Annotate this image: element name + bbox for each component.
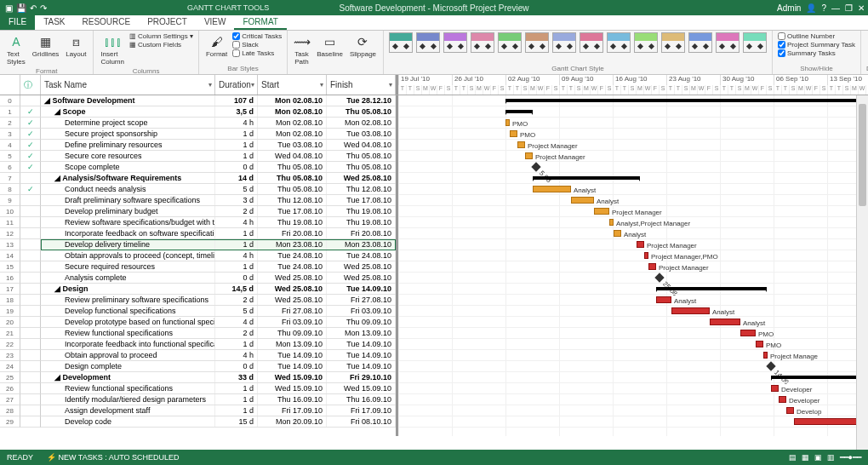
row-num[interactable]: 13 [0, 239, 20, 250]
start-cell[interactable]: Mon 02.08.10 [258, 106, 327, 117]
start-cell[interactable]: Wed 15.09.10 [258, 383, 327, 393]
outline-number-checkbox[interactable]: Outline Number [778, 32, 855, 40]
duration-cell[interactable]: 1 d [215, 339, 258, 349]
task-name-cell[interactable]: Develop functional specifications [41, 306, 215, 316]
row-num[interactable]: 7 [0, 173, 20, 184]
start-cell[interactable]: Mon 20.09.10 [258, 416, 327, 427]
row-num[interactable]: 2 [0, 118, 20, 129]
gantt-bar[interactable]: Analyst,Project Manager [609, 219, 614, 226]
row-num[interactable]: 3 [0, 129, 20, 140]
task-path-button[interactable]: ⟿Task Path [293, 32, 311, 67]
task-name-cell[interactable]: ◢ Scope [41, 106, 215, 117]
row-num[interactable]: 22 [0, 339, 20, 350]
task-row[interactable]: Obtain approvals to proceed (concept, ti… [41, 250, 396, 261]
duration-cell[interactable]: 107 d [215, 95, 258, 106]
gantt-row[interactable]: Project Manager [398, 140, 868, 151]
gantt-style-8[interactable] [607, 32, 631, 53]
start-cell[interactable]: Tue 24.08.10 [258, 250, 327, 261]
gantt-bar[interactable]: PMO [510, 130, 517, 137]
gantt-row[interactable] [398, 372, 868, 383]
row-num-header[interactable] [0, 75, 20, 95]
start-cell[interactable]: Tue 24.08.10 [258, 261, 327, 272]
gantt-bar[interactable]: Project Manager [648, 263, 656, 270]
task-row[interactable]: ◢ Development33 dWed 15.09.10Fri 29.10.1… [41, 372, 396, 383]
row-num[interactable]: 14 [0, 250, 20, 261]
task-name-cell[interactable]: Develop delivery timeline [41, 239, 215, 250]
gantt-bar[interactable]: Developer [779, 396, 786, 403]
finish-cell[interactable]: Tue 14.09.10 [327, 284, 396, 294]
row-num[interactable]: 24 [0, 361, 20, 372]
gantt-row[interactable] [398, 284, 868, 295]
finish-header[interactable]: Finish [327, 75, 396, 95]
task-name-cell[interactable]: Obtain approval to proceed [41, 350, 215, 360]
task-row[interactable]: Incorporate feedback into functional spe… [41, 339, 396, 350]
task-row[interactable]: Design complete0 dTue 14.09.10Tue 14.09.… [41, 361, 396, 372]
tab-task[interactable]: TASK [35, 15, 73, 30]
task-row[interactable]: ◢ Software Development107 dMon 02.08.10T… [41, 95, 396, 106]
task-row[interactable]: ◢ Scope3,5 dMon 02.08.10Thu 05.08.10 [41, 106, 396, 118]
finish-cell[interactable]: Thu 16.09.10 [327, 394, 396, 405]
duration-cell[interactable]: 4 h [215, 250, 258, 261]
gantt-style-5[interactable] [525, 32, 549, 53]
task-name-cell[interactable]: Obtain approvals to proceed (concept, ti… [41, 250, 215, 261]
task-row[interactable]: Identify modular/tiered design parameter… [41, 394, 396, 405]
task-row[interactable]: ◢ Analysis/Software Requirements14 dThu … [41, 173, 396, 184]
duration-cell[interactable]: 2 d [215, 328, 258, 338]
gantt-bar[interactable]: PMO [756, 341, 763, 347]
save-icon[interactable]: 💾 [16, 3, 26, 13]
task-row[interactable]: Develop functional specifications5 dFri … [41, 306, 396, 317]
finish-cell[interactable]: Tue 28.12.10 [327, 95, 396, 106]
gantt-style-1[interactable] [416, 32, 440, 53]
tab-format[interactable]: FORMAT [234, 15, 286, 30]
task-row[interactable]: Determine project scope4 hMon 02.08.10Mo… [41, 118, 396, 129]
row-num[interactable]: 23 [0, 350, 20, 361]
task-row[interactable]: Obtain approval to proceed4 hTue 14.09.1… [41, 350, 396, 361]
row-num[interactable]: 29 [0, 416, 20, 428]
row-num[interactable]: 28 [0, 405, 20, 416]
gantt-bar[interactable] [771, 376, 868, 379]
gantt-bar[interactable]: Project Manager,PMO [644, 252, 648, 259]
task-name-cell[interactable]: Review software specifications/budget wi… [41, 217, 215, 227]
task-name-cell[interactable]: Develop code [41, 416, 215, 427]
start-cell[interactable]: Thu 16.09.10 [258, 394, 327, 405]
task-name-cell[interactable]: Develop prototype based on functional sp… [41, 317, 215, 327]
insert-column-button[interactable]: ⫿⫿⫿Insert Column [99, 32, 126, 67]
finish-cell[interactable]: Wed 25.08.10 [327, 173, 396, 183]
gantt-row[interactable]: Project Manager,PMO [398, 250, 868, 261]
start-cell[interactable]: Tue 17.08.10 [258, 206, 327, 216]
gantt-style-6[interactable] [552, 32, 576, 53]
duration-cell[interactable]: 1 d [215, 140, 258, 150]
task-name-cell[interactable]: ◢ Software Development [41, 95, 215, 106]
gantt-row[interactable]: Analyst,Project Manager [398, 217, 868, 228]
user-icon[interactable]: 👤 [806, 3, 816, 13]
duration-cell[interactable]: 1 d [215, 239, 258, 250]
finish-cell[interactable]: Wed 04.08.10 [327, 140, 396, 150]
gantt-row[interactable]: Developer [398, 394, 868, 405]
finish-cell[interactable]: Fri 29.10.10 [327, 372, 396, 382]
task-name-cell[interactable]: Review preliminary software specificatio… [41, 295, 215, 305]
task-name-cell[interactable]: Scope complete [41, 162, 215, 172]
gantt-bar[interactable]: Project Manager [594, 208, 609, 215]
row-num[interactable]: 10 [0, 206, 20, 217]
duration-cell[interactable]: 4 h [215, 350, 258, 360]
start-cell[interactable]: Mon 02.08.10 [258, 95, 327, 106]
task-row[interactable]: Conduct needs analysis5 dThu 05.08.10Thu… [41, 184, 396, 195]
gantt-bar[interactable]: Analyst [614, 230, 621, 237]
duration-header[interactable]: Duration [215, 75, 258, 95]
start-cell[interactable]: Tue 14.09.10 [258, 350, 327, 360]
custom-fields-button[interactable]: ▦ Custom Fields [129, 41, 193, 49]
task-name-cell[interactable]: Develop preliminary budget [41, 206, 215, 216]
row-num[interactable]: 26 [0, 383, 20, 394]
gantt-bar[interactable]: Analyst [571, 197, 594, 204]
duration-cell[interactable]: 1 d [215, 228, 258, 238]
view-task-icon[interactable]: ▦ [802, 453, 809, 462]
gantt-row[interactable]: Developer [398, 383, 868, 394]
layout-button[interactable]: ⧈Layout [64, 32, 88, 60]
gantt-bar[interactable] [505, 99, 863, 102]
gridlines-button[interactable]: ▦Gridlines [31, 32, 61, 60]
finish-cell[interactable]: Tue 14.09.10 [327, 361, 396, 371]
task-name-cell[interactable]: Draft preliminary software specification… [41, 195, 215, 205]
gantt-row[interactable]: Analyst [398, 228, 868, 239]
row-num[interactable]: 11 [0, 217, 20, 228]
row-num[interactable]: 19 [0, 306, 20, 317]
